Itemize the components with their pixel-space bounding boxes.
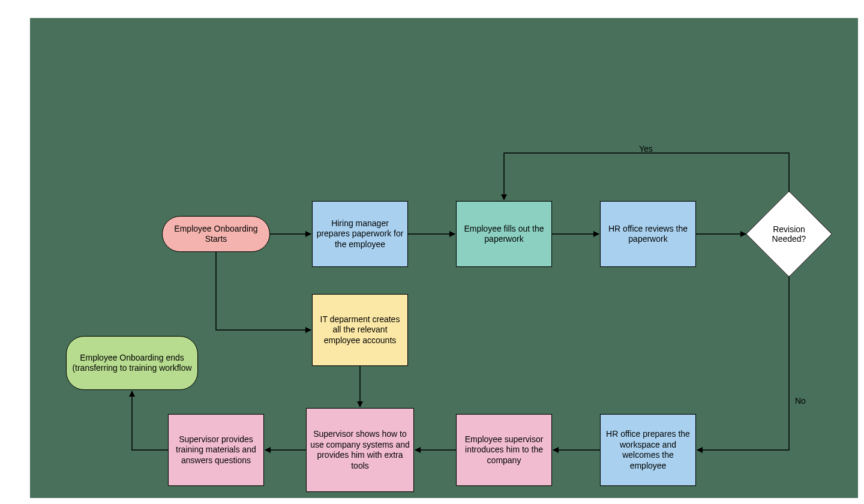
node-fills: Employee fills out the paperwork — [456, 201, 552, 267]
node-reviews: HR office reviews the paperwork — [600, 201, 696, 267]
node-end: Employee Onboarding ends (transferring t… — [66, 336, 198, 390]
node-it: IT deparment creates all the relevant em… — [312, 294, 408, 366]
edge-label-yes: Yes — [639, 144, 653, 154]
edges-svg — [30, 18, 858, 498]
node-training: Supervisor provides training materials a… — [168, 414, 264, 486]
node-introduces: Employee supervisor introduces him to th… — [456, 414, 552, 486]
node-shows: Supervisor shows how to use company syst… — [306, 408, 414, 492]
node-start: Employee Onboarding Starts — [162, 216, 270, 252]
node-decision-label: Revision Needed? — [759, 224, 819, 244]
edge-label-no: No — [795, 396, 806, 406]
node-prepares: HR office prepares the workspace and wel… — [600, 414, 696, 486]
flowchart-canvas: Employee Onboarding Starts Hiring manage… — [30, 18, 858, 498]
node-hiring: Hiring manager prepares paperwork for th… — [312, 201, 408, 267]
node-decision: Revision Needed? — [738, 198, 840, 270]
